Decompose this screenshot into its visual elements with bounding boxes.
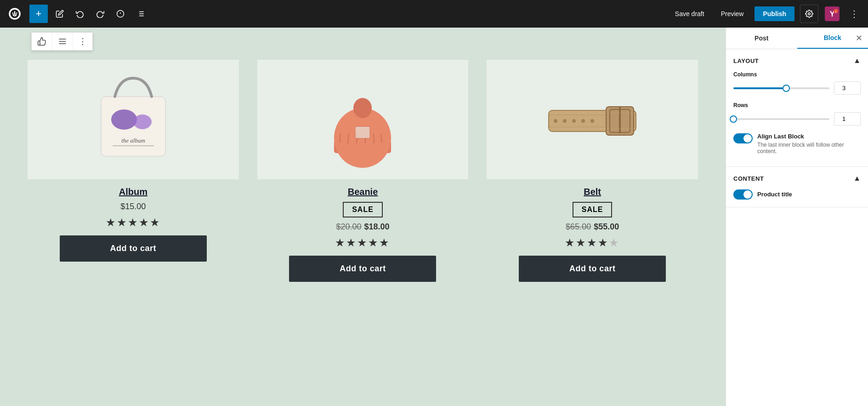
svg-text:the  album: the album [121,137,145,144]
save-draft-button[interactable]: Save draft [669,7,710,20]
columns-input[interactable] [834,81,861,95]
columns-slider-wrap [733,84,829,93]
product-card-belt: Belt SALE $65.00$55.00 ★★★★★ Add to cart [477,60,707,296]
content-section-title: Content [733,175,764,182]
svg-point-20 [111,109,137,130]
redo-button[interactable] [92,6,108,22]
add-to-cart-album[interactable]: Add to cart [60,235,207,262]
align-last-block-toggle[interactable] [733,133,753,143]
columns-slider-row [733,81,861,95]
align-last-block-desc: The last inner block will follow other c… [757,142,861,154]
product-title-toggle[interactable] [733,189,753,200]
rows-slider-wrap [733,114,829,124]
preview-button[interactable]: Preview [715,7,749,20]
block-like-button[interactable] [32,33,52,50]
rows-label: Rows [733,102,861,109]
toolbar: W + Save draft Preview Publish Y ! ⋮ [0,0,868,28]
layout-chevron-button[interactable]: ▲ [853,57,861,65]
product-price-album: $15.00 [120,202,146,212]
product-title-row: Product title [733,189,861,200]
wp-logo: W [6,5,24,23]
align-last-block-knob [743,134,752,143]
svg-text:W: W [12,11,17,17]
product-card-album: the album Album $15.00 ★★★★★ Add to cart [18,60,248,296]
content-section-header: Content ▲ [733,174,861,183]
svg-point-46 [590,119,594,123]
product-name-album: Album [119,187,148,197]
svg-rect-34 [355,126,370,138]
rows-slider-row [733,112,861,126]
yoast-icon[interactable]: Y ! [824,6,840,22]
svg-point-27 [353,98,372,118]
block-align-button[interactable] [52,33,73,50]
svg-point-45 [581,119,585,123]
toolbar-right: Save draft Preview Publish Y ! ⋮ [669,5,862,23]
products-grid: the album Album $15.00 ★★★★★ Add to cart [18,60,707,296]
info-button[interactable] [112,6,129,22]
list-view-button[interactable] [132,6,149,22]
svg-point-11 [808,13,811,15]
align-last-block-label: Align Last Block [757,133,861,140]
product-price-belt: $65.00$55.00 [566,222,619,232]
product-image-album: the album [28,60,239,179]
sidebar: Post Block ✕ Layout ▲ Columns [726,28,868,406]
block-toolbar: ⋮ [31,32,93,51]
product-stars-beanie: ★★★★★ [335,236,390,249]
sidebar-tabs: Post Block ✕ [726,28,868,49]
product-title-label: Product title [757,191,792,198]
align-last-block-row: Align Last Block The last inner block wi… [733,133,861,154]
sidebar-close-button[interactable]: ✕ [854,31,864,45]
tab-post[interactable]: Post [726,28,797,49]
product-image-belt [487,60,698,179]
main-layout: ⋮ the album [0,28,868,406]
product-stars-album: ★★★★★ [106,216,161,229]
columns-label: Columns [733,71,861,78]
svg-line-32 [374,133,374,143]
add-to-cart-belt[interactable]: Add to cart [519,256,666,282]
product-price-beanie: $20.00$18.00 [336,222,389,232]
content-chevron-button[interactable]: ▲ [853,174,861,183]
product-name-beanie: Beanie [348,187,378,197]
sale-badge-beanie: SALE [343,202,383,217]
product-stars-belt: ★★★★★ [565,236,620,249]
align-last-block-info: Align Last Block The last inner block wi… [757,133,861,154]
product-card-beanie: Beanie SALE $20.00$18.00 ★★★★★ Add to ca… [248,60,478,296]
sale-badge-belt: SALE [573,202,613,217]
svg-point-21 [133,114,152,129]
rows-input[interactable] [834,112,861,126]
product-name-belt: Belt [584,187,601,197]
add-to-cart-beanie[interactable]: Add to cart [289,256,436,282]
layout-section: Layout ▲ Columns Rows [726,49,868,167]
canvas: ⋮ the album [0,28,726,406]
product-image-beanie [257,60,469,179]
layout-section-header: Layout ▲ [733,57,861,65]
content-section: Content ▲ Product title [726,167,868,207]
layout-section-title: Layout [733,57,759,64]
rows-thumb[interactable] [730,115,737,123]
more-options-button[interactable]: ⋮ [846,6,862,22]
block-more-button[interactable]: ⋮ [73,33,92,50]
columns-thumb[interactable] [783,85,790,92]
add-block-button[interactable]: + [29,5,48,23]
publish-button[interactable]: Publish [755,6,794,21]
rows-track [733,118,829,120]
settings-button[interactable] [800,5,818,23]
edit-button[interactable] [51,6,68,22]
svg-text:!: ! [835,10,837,14]
columns-fill [733,87,786,89]
svg-point-43 [563,119,567,123]
svg-point-42 [554,119,557,123]
svg-point-44 [572,119,576,123]
product-title-knob [743,190,752,199]
undo-button[interactable] [72,6,88,22]
columns-track [733,87,829,89]
